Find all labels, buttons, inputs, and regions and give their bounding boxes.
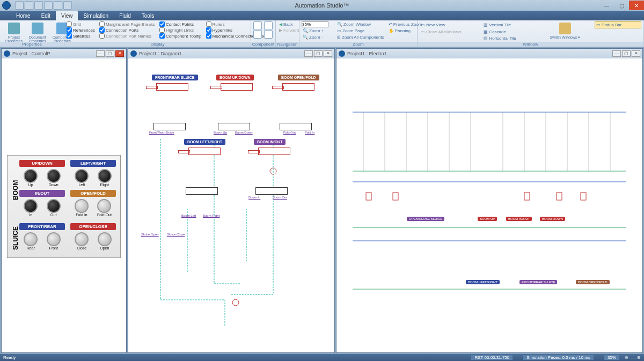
knob-right[interactable] — [98, 169, 112, 183]
diagram-canvas[interactable]: FRONT/REAR SLUICEBOOM UP/DOWNBOOM OPEN/F… — [128, 58, 334, 352]
display-check-satellites[interactable]: Satellites — [67, 33, 95, 39]
diagram-link[interactable]: Front/Rear Sluice — [149, 131, 174, 134]
cylinder-icon[interactable] — [156, 83, 188, 91]
qat-redo-icon[interactable] — [34, 1, 43, 10]
electro-label-boom-in-out[interactable]: BOOM IN/OUT — [506, 217, 532, 221]
diagram-block-boom-in-out[interactable]: BOOM IN/OUT — [254, 139, 286, 145]
valve-icon[interactable] — [153, 123, 186, 130]
zoom-window-button[interactable]: 🔍 Zoom Window — [336, 21, 385, 27]
electro-label-boom-up[interactable]: BOOM UP — [478, 217, 497, 221]
win-min-button[interactable]: — — [612, 50, 621, 57]
knob-close[interactable] — [75, 232, 89, 246]
knob-out[interactable] — [47, 199, 61, 213]
menu-edit[interactable]: Edit — [36, 11, 56, 20]
knob-rear[interactable] — [24, 232, 38, 246]
knob-up[interactable] — [24, 169, 38, 183]
zoom-all-button[interactable]: ⊞ Zoom All Components — [336, 34, 385, 40]
close-all-windows-button[interactable]: ▭ Close All Windows — [420, 29, 480, 35]
win-close-button[interactable]: ✕ — [632, 50, 640, 57]
electro-label-boom-down[interactable]: BOOM DOWN — [540, 217, 565, 221]
component-icon-4[interactable] — [264, 30, 273, 39]
menu-tools[interactable]: Tools — [136, 11, 159, 20]
nav-forward-button[interactable]: ▶Forward — [278, 27, 297, 33]
win-max-button[interactable]: ▢ — [106, 50, 114, 57]
display-check-grid[interactable]: Grid — [67, 21, 95, 27]
switch-windows-button[interactable]: Switch Windows ▾ — [538, 21, 592, 41]
component-icon-1[interactable] — [253, 21, 262, 30]
display-check-margins-and-page-breaks[interactable]: Margins and Page Breaks — [99, 21, 155, 27]
display-check-connection-ports[interactable]: Connection Ports — [99, 27, 155, 33]
diagram-link[interactable]: Fold In — [305, 131, 314, 134]
zoom-in-button[interactable]: 🔍 Zoom + — [302, 28, 334, 34]
knob-fold-in[interactable] — [75, 199, 89, 213]
close-button[interactable]: ✕ — [629, 1, 644, 10]
diagram-block-boom-open-fold[interactable]: BOOM OPEN/FOLD — [278, 75, 319, 80]
knob-in[interactable] — [24, 199, 38, 213]
window-diagram1-titlebar[interactable]: Project1 : Diagram1 —▢✕ — [128, 49, 334, 58]
zoom-out-button[interactable]: 🔍 Zoom - — [302, 34, 334, 40]
knob-down[interactable] — [47, 169, 61, 183]
component-icon-2[interactable] — [264, 21, 273, 30]
qat-play-icon[interactable] — [44, 1, 53, 10]
display-check-references[interactable]: References — [67, 27, 95, 33]
qat-undo-icon[interactable] — [25, 1, 33, 10]
diagram-link[interactable]: Boom Down — [235, 131, 253, 134]
zoom-input[interactable] — [302, 21, 328, 27]
knob-front[interactable] — [47, 232, 61, 246]
win-close-button[interactable]: ✕ — [324, 50, 332, 57]
electro-label-boom-left-right[interactable]: BOOM LEFT/RIGHT — [466, 280, 500, 284]
qat-save-icon[interactable] — [15, 1, 24, 10]
knob-open[interactable] — [98, 232, 112, 246]
nav-back-button[interactable]: ◀Back — [278, 21, 297, 27]
menu-view[interactable]: View — [56, 11, 78, 20]
menu-home[interactable]: Home — [11, 11, 36, 20]
valve-icon[interactable] — [186, 187, 218, 195]
win-max-button[interactable]: ▢ — [314, 50, 323, 57]
qat-stop-icon[interactable] — [63, 1, 72, 10]
diagram-link[interactable]: Boom Up — [214, 131, 227, 134]
maximize-button[interactable]: ▢ — [614, 1, 629, 10]
new-view-button[interactable]: ▭ New View — [420, 21, 480, 28]
valve-icon[interactable] — [218, 123, 250, 130]
display-check-contact-points[interactable]: Contact Points — [159, 21, 202, 27]
valve-icon[interactable] — [255, 187, 288, 195]
cascade-button[interactable]: ▦ Cascade — [482, 29, 535, 35]
display-check-highlight-links[interactable]: Highlight Links — [159, 27, 202, 33]
diagram-link[interactable]: Sluice Close — [167, 233, 185, 236]
display-check-connection-port-names[interactable]: Connection Port Names — [99, 33, 155, 39]
status-slider-icon[interactable]: ⊖——⊕ — [625, 355, 641, 360]
electro-label-open-close-sluice[interactable]: OPEN/CLOSE SLUICE — [407, 217, 444, 221]
diagram-link[interactable]: Boom In — [248, 196, 260, 199]
win-min-button[interactable]: — — [304, 50, 313, 57]
menu-fluid[interactable]: Fluid — [114, 11, 136, 20]
cylinder-icon[interactable] — [258, 148, 290, 155]
display-check-component-tooltip[interactable]: Component Tooltip — [159, 33, 202, 39]
project-properties-button[interactable]: ProjectProperties — [2, 21, 26, 44]
valve-icon[interactable] — [280, 123, 312, 130]
diagram-link[interactable]: Boom Right — [203, 214, 219, 217]
qat-pause-icon[interactable] — [54, 1, 62, 10]
diagram-link[interactable]: Fold Out — [283, 131, 296, 134]
electro-canvas[interactable]: OPEN/CLOSE SLUICEBOOM UPBOOM IN/OUTBOOM … — [336, 58, 642, 352]
knob-left[interactable] — [75, 169, 89, 183]
window-controlp-titlebar[interactable]: Project : ControlP —▢✕ — [2, 49, 126, 58]
electro-label-boom-open-fold[interactable]: BOOM OPEN/FOLD — [576, 280, 610, 284]
vertical-tile-button[interactable]: ▥ Vertical Tile — [482, 21, 535, 28]
component-icon-3[interactable] — [253, 30, 262, 39]
cylinder-icon[interactable] — [221, 83, 253, 91]
diagram-link[interactable]: Boom Left — [181, 214, 196, 217]
win-close-button[interactable]: ✕ — [115, 50, 124, 57]
knob-fold-out[interactable] — [97, 199, 111, 213]
horizontal-tile-button[interactable]: ▤ Horizontal Tile — [482, 35, 535, 41]
cylinder-icon[interactable] — [188, 148, 221, 155]
diagram-block-boom-left-right[interactable]: BOOM LEFT/RIGHT — [184, 139, 225, 145]
diagram-block-front-rear-sluice[interactable]: FRONT/REAR SLUICE — [152, 75, 198, 80]
zoom-page-button[interactable]: ▭ Zoom Page — [336, 28, 385, 34]
win-min-button[interactable]: — — [96, 50, 105, 57]
document-properties-button[interactable]: DocumentProperties — [26, 21, 49, 44]
status-bar-button[interactable]: ▭ Status Bar — [595, 21, 641, 28]
cylinder-icon[interactable] — [282, 83, 314, 91]
electro-label-front-rear-sluice[interactable]: FRONT/REAR SLUICE — [519, 280, 557, 284]
menu-simulation[interactable]: Simulation — [78, 11, 114, 20]
diagram-block-boom-up-down[interactable]: BOOM UP/DOWN — [216, 75, 254, 80]
